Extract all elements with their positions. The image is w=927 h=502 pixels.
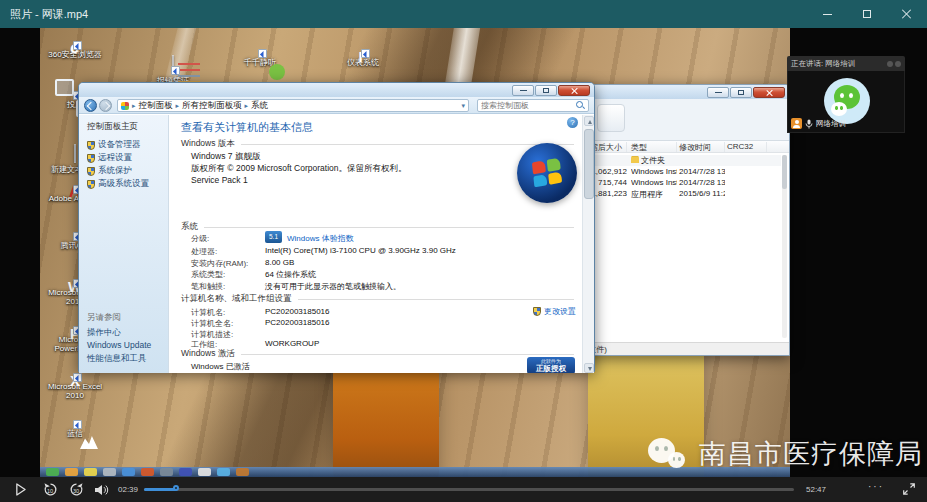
document-icon <box>172 55 174 74</box>
breadcrumb[interactable]: ▸ 控制面板 ▸ 所有控制面板项 ▸ 系统 ▾ <box>117 99 469 112</box>
scroll-down-icon[interactable] <box>584 363 594 373</box>
taskbar-icon[interactable] <box>84 468 97 476</box>
minimize-icon <box>823 14 832 15</box>
column-header-modified[interactable]: 修改时间 <box>679 142 725 152</box>
computer-name-label: 计算机名: <box>191 307 225 318</box>
archive-close-button[interactable] <box>753 87 785 98</box>
more-options-button[interactable]: ··· <box>868 481 884 492</box>
sidebar-item-home[interactable]: 控制面板主页 <box>87 121 138 133</box>
genuine-windows-badge[interactable]: 此软件为 正版授权 <box>527 357 575 373</box>
sys-close-button[interactable] <box>558 85 590 96</box>
row-modified: 2014/7/28 13... <box>679 167 725 176</box>
list-scrollbar[interactable] <box>782 155 787 338</box>
maximize-button[interactable] <box>847 0 887 28</box>
system-content: 查看有关计算机的基本信息 ? Windows 版本 Windows 7 旗舰版 … <box>169 115 582 373</box>
search-box[interactable] <box>477 99 589 112</box>
sidebar-item-advanced-settings[interactable]: 高级系统设置 <box>87 178 149 190</box>
folder-icon <box>631 157 639 163</box>
search-icon <box>576 101 585 110</box>
breadcrumb-separator: ▸ <box>132 102 136 110</box>
taskbar-icon[interactable] <box>198 468 211 476</box>
seek-bar[interactable] <box>144 488 794 491</box>
seek-handle[interactable] <box>173 485 179 491</box>
system-window: ▸ 控制面板 ▸ 所有控制面板项 ▸ 系统 ▾ 控制面板主页 设备管理器 远 <box>78 82 595 372</box>
photos-app-window: 照片 - 网课.mp4 报销凭证 千千静听 F 仪表系统 <box>0 0 927 502</box>
taskbar-icon[interactable] <box>141 468 154 476</box>
shortcut-arrow-icon <box>258 49 267 58</box>
forward-button[interactable] <box>99 99 112 112</box>
volume-button[interactable] <box>94 482 110 497</box>
participant-name: 网络培训 <box>816 119 846 129</box>
desktop-icon[interactable]: e 360安全浏览器 <box>40 48 110 59</box>
breadcrumb-dropdown-icon[interactable]: ▾ <box>461 102 465 110</box>
computer-name-value: PC202003185016 <box>265 307 330 316</box>
taskbar-icon[interactable] <box>236 468 249 476</box>
desktop-icon[interactable]: 千千静听 <box>225 56 295 67</box>
minimize-button[interactable] <box>807 0 847 28</box>
workgroup-value: WORKGROUP <box>265 339 319 348</box>
taskbar-icon[interactable] <box>179 468 192 476</box>
column-header-crc32[interactable]: CRC32 <box>727 142 767 152</box>
close-button[interactable] <box>887 0 927 28</box>
desktop-icon[interactable]: 蓝信 <box>40 427 110 438</box>
row-modified: 2014/7/28 13... <box>679 178 725 187</box>
forward-arrow-icon <box>101 102 109 110</box>
sidebar: 控制面板主页 设备管理器 远程设置 系统保护 高级系统设置 另请参阅 操作中心 … <box>79 115 169 373</box>
shortcut-arrow-icon <box>73 420 82 429</box>
skip-forward-30-button[interactable]: 30 <box>68 482 84 497</box>
back-button[interactable] <box>84 99 97 112</box>
column-header-type[interactable]: 类型 <box>631 142 677 152</box>
sidebar-item-system-protection[interactable]: 系统保护 <box>87 165 132 177</box>
play-button[interactable] <box>12 482 28 497</box>
change-settings-link[interactable]: 更改设置 <box>533 306 576 317</box>
host-badge-icon <box>791 118 802 129</box>
sidebar-item-remote-settings[interactable]: 远程设置 <box>87 152 132 164</box>
taskbar-icon[interactable] <box>65 468 78 476</box>
cpu-label: 处理器: <box>191 246 217 257</box>
skip-back-10-button[interactable]: 10 <box>42 482 58 497</box>
row-type: Windows Installe... <box>631 178 677 187</box>
content-scrollbar[interactable] <box>582 115 594 373</box>
taskbar-icon[interactable] <box>122 468 135 476</box>
desktop-icon-label: 千千静听 <box>225 58 295 67</box>
desktop-icon[interactable]: X Microsoft Excel 2010 <box>40 380 110 400</box>
player-bar: 10 30 02:39 52:47 ··· <box>0 477 927 502</box>
row-type: 应用程序 <box>631 189 677 200</box>
sidebar-item-windows-update[interactable]: Windows Update <box>87 340 151 350</box>
sys-maximize-button[interactable] <box>535 85 557 96</box>
desktop-icon[interactable]: F 仪表系统 <box>328 56 398 67</box>
taskbar-icon[interactable] <box>160 468 173 476</box>
breadcrumb-system[interactable]: 系统 <box>251 100 268 112</box>
sidebar-item-action-center[interactable]: 操作中心 <box>87 327 121 339</box>
navigation-bar: ▸ 控制面板 ▸ 所有控制面板项 ▸ 系统 ▾ <box>79 97 594 114</box>
microphone-icon <box>805 119 813 129</box>
app-title: 照片 - 网课.mp4 <box>10 8 88 20</box>
participant-tile[interactable]: 网络培训 <box>787 71 905 133</box>
search-input[interactable] <box>478 101 576 110</box>
row-type: Windows Installe... <box>631 167 677 176</box>
fullscreen-button[interactable] <box>902 482 918 497</box>
wei-link[interactable]: Windows 体验指数 <box>287 233 354 244</box>
participant-label: 网络培训 <box>791 118 846 129</box>
sys-minimize-button[interactable] <box>512 85 534 96</box>
taskbar-icon[interactable] <box>217 468 230 476</box>
taskbar-icon[interactable] <box>103 468 116 476</box>
sidebar-item-performance-tools[interactable]: 性能信息和工具 <box>87 353 147 365</box>
taskbar-icon[interactable] <box>46 468 59 476</box>
shortcut-arrow-icon <box>171 66 180 75</box>
breadcrumb-control-panel[interactable]: 控制面板 <box>139 100 173 112</box>
scroll-up-icon[interactable] <box>584 116 594 126</box>
scrollbar-thumb[interactable] <box>584 129 594 199</box>
breadcrumb-all-items[interactable]: 所有控制面板项 <box>182 100 242 112</box>
toolbar-button[interactable] <box>597 104 625 132</box>
system-titlebar[interactable] <box>79 83 594 97</box>
archive-maximize-button[interactable] <box>730 87 752 98</box>
meeting-logo-icon <box>887 61 901 67</box>
service-pack: Service Pack 1 <box>191 175 248 185</box>
help-icon[interactable]: ? <box>567 117 578 128</box>
windows-edition: Windows 7 旗舰版 <box>191 151 260 163</box>
sidebar-item-device-manager[interactable]: 设备管理器 <box>87 139 141 151</box>
archive-minimize-button[interactable] <box>707 87 729 98</box>
desktop-icon[interactable]: 报销凭证 <box>138 56 208 85</box>
speaker-icon <box>94 484 110 496</box>
